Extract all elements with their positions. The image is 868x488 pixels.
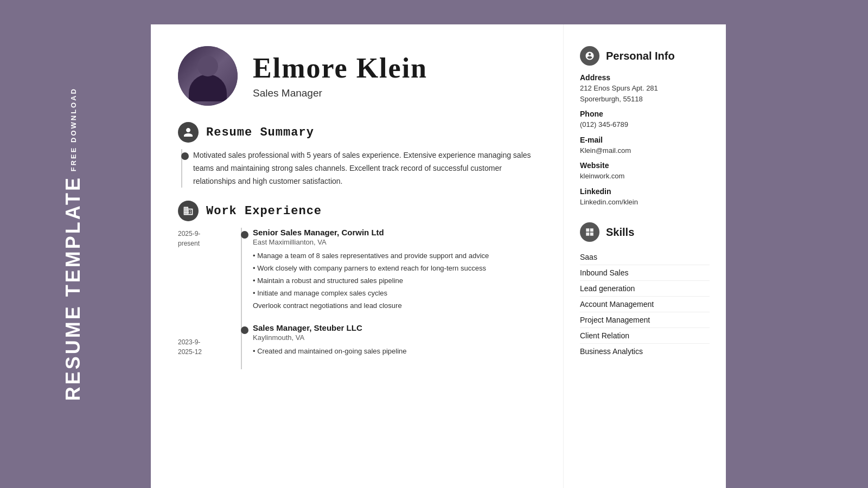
- skill-inbound-sales: Inbound Sales: [580, 265, 710, 281]
- address-line1: 212 Enos Spurs Apt. 281: [580, 83, 710, 94]
- candidate-title: Sales Manager: [253, 87, 427, 99]
- name-block: Elmore Klein Sales Manager: [253, 53, 427, 99]
- job2-title: Sales Manager, Steuber LLC: [253, 323, 541, 332]
- user-circle-icon: [585, 51, 595, 61]
- left-sidebar: FREE DOWNLOAD RESUME TEMPLATE: [0, 0, 146, 488]
- skills-header: Skills: [580, 222, 710, 242]
- skills-icon: [580, 222, 599, 242]
- summary-timeline: Motivated sales professional with 5 year…: [178, 149, 541, 188]
- resume-sidebar: Personal Info Address 212 Enos Spurs Apt…: [563, 24, 726, 488]
- job1-location: East Maximillianton, VA: [253, 238, 541, 246]
- address-block: Address 212 Enos Spurs Apt. 281 Sporerbu…: [580, 73, 710, 104]
- work-experience-header: Work Experience: [178, 201, 541, 221]
- job1-title: Senior Sales Manager, Corwin Ltd: [253, 228, 541, 237]
- avatar-image: [178, 46, 238, 106]
- phone-label: Phone: [580, 110, 710, 118]
- linkedin-block: Linkedin Linkedin.com/klein: [580, 187, 710, 208]
- website-value: kleinwork.com: [580, 171, 710, 182]
- summary-item: Motivated sales professional with 5 year…: [193, 149, 541, 188]
- skill-project-management: Project Management: [580, 312, 710, 328]
- email-block: E-mail Klein@mail.com: [580, 136, 710, 156]
- building-icon: [183, 206, 194, 216]
- skill-account-management: Account Management: [580, 297, 710, 312]
- job2-bullet1: • Created and maintained on-going sales …: [253, 346, 541, 357]
- linkedin-value: Linkedin.com/klein: [580, 197, 710, 208]
- job2-entry: Sales Manager, Steuber LLC Kaylinmouth, …: [253, 323, 541, 357]
- linkedin-label: Linkedin: [580, 187, 710, 196]
- dates-column: 2025-9- present 2023-9- 2025-12: [178, 228, 238, 369]
- summary-header: Resume Summary: [178, 122, 541, 143]
- summary-section: Resume Summary Motivated sales professio…: [178, 122, 541, 188]
- work-experience-section: Work Experience 2025-9- present 2023-9- …: [178, 201, 541, 369]
- candidate-name: Elmore Klein: [253, 53, 427, 84]
- job1-bullet4: • Initiate and manage complex sales cycl…: [253, 288, 541, 299]
- skills-section: Skills Saas Inbound Sales Lead generatio…: [580, 222, 710, 359]
- resume-template-label: RESUME TEMPLATE: [62, 176, 85, 401]
- skill-saas: Saas: [580, 249, 710, 265]
- job1-bullet1: • Manage a team of 8 sales representativ…: [253, 251, 541, 262]
- work-layout: 2025-9- present 2023-9- 2025-12 Senior S…: [178, 228, 541, 369]
- resume-card: Elmore Klein Sales Manager Resume Summar…: [151, 24, 726, 488]
- phone-value: (012) 345-6789: [580, 119, 710, 130]
- email-label: E-mail: [580, 136, 710, 144]
- job1-date: 2025-9- present: [178, 229, 200, 248]
- avatar: [178, 46, 238, 106]
- skills-title: Skills: [606, 226, 634, 239]
- job1-entry: Senior Sales Manager, Corwin Ltd East Ma…: [253, 228, 541, 311]
- skill-lead-generation: Lead generation: [580, 281, 710, 297]
- grid-icon: [585, 227, 595, 237]
- free-download-label: FREE DOWNLOAD: [69, 87, 78, 171]
- skill-client-relation: Client Relation: [580, 328, 710, 344]
- address-line2: Sporerburgh, 55118: [580, 94, 710, 105]
- personal-info-icon: [580, 46, 599, 66]
- resume-main: Elmore Klein Sales Manager Resume Summar…: [151, 24, 563, 488]
- job1-bullet5: Overlook contract negotiations and lead …: [253, 300, 541, 312]
- summary-icon: [178, 122, 199, 143]
- personal-info-section: Personal Info Address 212 Enos Spurs Apt…: [580, 46, 710, 207]
- job1-bullet2: • Work closely with company parners to e…: [253, 263, 541, 274]
- summary-title: Resume Summary: [206, 126, 314, 139]
- job1-bullet3: • Maintain a robust and structured sales…: [253, 275, 541, 287]
- work-experience-title: Work Experience: [206, 204, 322, 218]
- website-block: Website kleinwork.com: [580, 161, 710, 182]
- resume-header: Elmore Klein Sales Manager: [178, 46, 541, 106]
- job2-date: 2023-9- 2025-12: [178, 337, 202, 357]
- personal-info-title: Personal Info: [606, 50, 675, 62]
- summary-text: Motivated sales professional with 5 year…: [193, 149, 541, 188]
- skills-list: Saas Inbound Sales Lead generation Accou…: [580, 249, 710, 359]
- person-icon: [183, 127, 194, 138]
- website-label: Website: [580, 161, 710, 170]
- work-icon: [178, 201, 199, 221]
- email-value: Klein@mail.com: [580, 145, 710, 156]
- job2-location: Kaylinmouth, VA: [253, 333, 541, 342]
- phone-block: Phone (012) 345-6789: [580, 110, 710, 130]
- work-timeline: Senior Sales Manager, Corwin Ltd East Ma…: [238, 228, 541, 369]
- address-label: Address: [580, 73, 710, 82]
- personal-info-header: Personal Info: [580, 46, 710, 66]
- skill-business-analytics: Business Analytics: [580, 344, 710, 359]
